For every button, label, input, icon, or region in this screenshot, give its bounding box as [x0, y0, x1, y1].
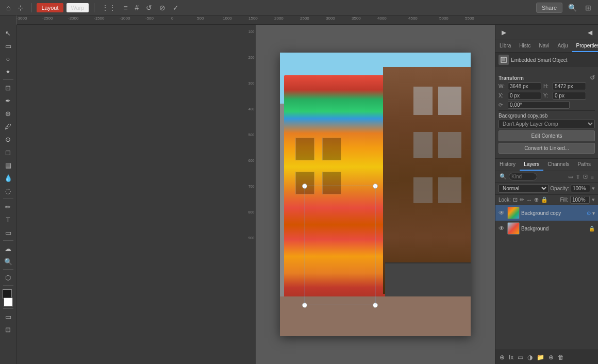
color-swatches — [4, 289, 13, 307]
y-input[interactable] — [553, 92, 586, 100]
clone-tool[interactable]: ⊙ — [2, 133, 14, 145]
opacity-chevron[interactable]: ▾ — [592, 185, 595, 192]
layer-vis-icon-2[interactable]: 👁 — [499, 225, 506, 232]
layer-lock-icon-1[interactable]: 🔒 — [589, 226, 595, 231]
brush-tool[interactable]: 🖊 — [2, 120, 14, 133]
tool-sep-1 — [3, 79, 13, 80]
zoom-tool[interactable]: 🔍 — [2, 255, 14, 268]
screen-mode[interactable]: ⊡ — [2, 323, 14, 336]
background-color[interactable] — [4, 297, 13, 307]
properties-content: Transform ↺ W: H: X: Y: ⟳ Background cop… — [495, 69, 598, 158]
layers-icon-4[interactable]: ≡ — [590, 173, 595, 180]
search-icon[interactable]: 🔍 — [566, 3, 579, 13]
ctrl-point-4[interactable] — [373, 303, 378, 308]
layers-icon-2[interactable]: T — [575, 173, 581, 180]
mask-mode[interactable]: ▭ — [2, 310, 14, 323]
blend-mode-select[interactable]: Normal — [499, 184, 549, 193]
pen-tool[interactable]: ✏ — [2, 201, 14, 213]
convert-linked-button[interactable]: Convert to Linked... — [499, 143, 595, 154]
lock-icon-2[interactable]: ✏ — [520, 196, 524, 203]
panel-collapse-icon[interactable]: ◀ — [584, 26, 596, 39]
lasso-tool[interactable]: ○ — [2, 53, 14, 65]
tab-navi[interactable]: Navi — [535, 40, 553, 52]
magic-wand-tool[interactable]: ✦ — [2, 65, 14, 78]
tab-properties[interactable]: Properties — [572, 40, 598, 52]
lock-icon-5[interactable]: 🔒 — [541, 196, 548, 203]
tab-channels[interactable]: Channels — [543, 159, 573, 171]
layer-item-background[interactable]: 👁 Background 🔒 — [495, 221, 598, 236]
lb-mask-icon[interactable]: ▭ — [517, 353, 524, 362]
marquee-tool[interactable]: ▭ — [2, 40, 14, 52]
lb-group-icon[interactable]: 📁 — [536, 353, 545, 362]
width-input[interactable] — [508, 82, 541, 90]
fill-input[interactable] — [570, 196, 590, 204]
type-tool[interactable]: T — [2, 213, 14, 226]
gradient-tool[interactable]: ▤ — [2, 159, 14, 171]
hand-tool[interactable]: ☁ — [2, 242, 14, 255]
lb-adj-icon[interactable]: ◑ — [526, 353, 534, 362]
tab-paths[interactable]: Paths — [573, 159, 595, 171]
tab-libra[interactable]: Libra — [495, 40, 515, 52]
layer-item-background-copy[interactable]: 👁 Background copy ⊙ ▾ — [495, 205, 598, 221]
layers-icon-1[interactable]: ▭ — [567, 173, 574, 180]
lb-fx-icon[interactable]: fx — [508, 353, 514, 362]
home-icon[interactable]: ⌂ — [4, 3, 12, 13]
check-icon[interactable]: ✓ — [171, 3, 181, 13]
lb-delete-icon[interactable]: 🗑 — [557, 353, 565, 362]
layers-search-input[interactable] — [509, 173, 537, 180]
grid-icon[interactable]: # — [133, 3, 141, 13]
list-icon[interactable]: ≡ — [121, 3, 129, 13]
lock-icon-4[interactable]: ⊕ — [534, 196, 539, 203]
view-toggle-icon[interactable]: ⊞ — [583, 3, 594, 13]
height-input[interactable] — [553, 82, 586, 90]
main-area: ↖ ▭ ○ ✦ ⊡ ✒ ⊕ 🖊 ⊙ ◻ ▤ 💧 ◌ ✏ T ▭ ☁ 🔍 ⬡ ▭ … — [0, 25, 598, 364]
eraser-tool[interactable]: ◻ — [2, 146, 14, 158]
smart-object-icon — [499, 55, 509, 65]
angle-input[interactable] — [508, 101, 570, 109]
canvas-area[interactable] — [256, 25, 495, 364]
tab-history[interactable]: History — [495, 159, 520, 171]
tab-layout[interactable]: Layout — [37, 3, 63, 12]
undo-icon[interactable]: ↺ — [144, 3, 154, 13]
3d-tool[interactable]: ⬡ — [2, 271, 14, 284]
dodge-tool[interactable]: ◌ — [2, 185, 14, 197]
tab-warp[interactable]: Warp — [67, 3, 89, 12]
x-label: X: — [499, 93, 506, 98]
eyedropper-tool[interactable]: ✒ — [2, 94, 14, 107]
lock-icon-1[interactable]: ⊡ — [513, 196, 518, 203]
fill-chevron[interactable]: ▾ — [592, 196, 595, 203]
lb-link-icon[interactable]: ⊕ — [499, 353, 506, 362]
properties-tabs: Libra Histc Navi Adju Properties — [495, 40, 598, 53]
tab-layers[interactable]: Layers — [520, 159, 543, 171]
blur-tool[interactable]: 💧 — [2, 172, 14, 184]
ruler-row: -3000 -2500 -2000 -1500 -1000 -500 0 500… — [0, 15, 598, 25]
play-icon[interactable]: ▶ — [497, 26, 510, 39]
move-tool[interactable]: ↖ — [2, 27, 14, 39]
reset-transform-btn[interactable]: ↺ — [590, 74, 595, 81]
layer-link-icon-1[interactable]: ⊙ — [587, 210, 591, 216]
layers-search-icon[interactable]: 🔍 — [499, 173, 508, 180]
lb-new-icon[interactable]: ⊕ — [547, 353, 555, 362]
select-icon[interactable]: ⊹ — [15, 3, 26, 13]
ctrl-point-2[interactable] — [373, 184, 378, 189]
x-input[interactable] — [508, 92, 541, 100]
heal-tool[interactable]: ⊕ — [2, 107, 14, 120]
no-icon[interactable]: ⊘ — [157, 3, 168, 13]
layer-vis-icon-1[interactable]: 👁 — [499, 209, 506, 217]
share-button[interactable]: Share — [536, 3, 562, 13]
file-name: Background copy.psb — [499, 112, 595, 120]
ctrl-point-3[interactable] — [302, 303, 307, 308]
align-icon[interactable]: ⋮⋮ — [99, 3, 118, 13]
ctrl-point-1[interactable] — [302, 184, 307, 189]
lock-icon-3[interactable]: ↔ — [526, 197, 532, 203]
opacity-input[interactable] — [571, 185, 590, 192]
divider-2 — [94, 3, 94, 12]
layers-icon-3[interactable]: ⊡ — [582, 173, 589, 180]
layer-comp-dropdown[interactable]: Don't Apply Layer Comp — [499, 120, 595, 128]
crop-tool[interactable]: ⊡ — [2, 81, 14, 94]
layer-extra-icon-1[interactable]: ▾ — [592, 210, 595, 216]
tab-adju[interactable]: Adju — [554, 40, 572, 52]
edit-contents-button[interactable]: Edit Contents — [499, 130, 595, 141]
tab-histc[interactable]: Histc — [515, 40, 535, 52]
shape-tool[interactable]: ▭ — [2, 226, 14, 239]
